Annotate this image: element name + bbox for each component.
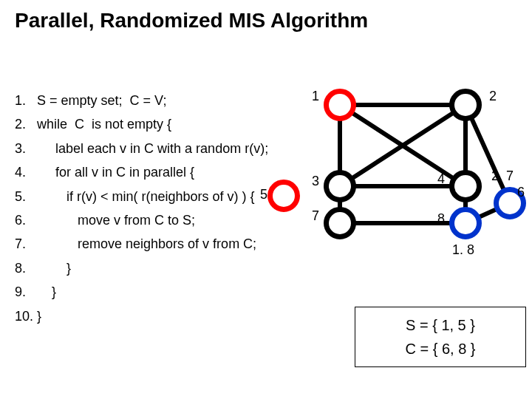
algo-line-7: 7. remove neighbors of v from C; [15,232,268,256]
algo-line-6: 6. move v from C to S; [15,208,268,232]
node-2-label: 2 [489,89,497,104]
algo-line-1: 1. S = empty set; C = V; [15,89,268,112]
algorithm-listing: 1. S = empty set; C = V; 2. while C is n… [15,89,268,328]
node-5 [267,180,300,212]
node-2-7-annot: 2. 7 [491,168,514,184]
algo-line-10: 10. } [15,304,268,328]
node-7 [324,207,356,239]
slide: Parallel, Randomized MIS Algorithm 1. S … [0,0,532,399]
node-2 [449,89,482,121]
set-s: S = { 1, 5 } [363,313,518,337]
node-7-label: 7 [312,208,319,224]
node-8 [449,207,482,239]
node-3-label: 3 [312,174,319,189]
algo-line-8: 8. } [15,256,268,280]
slide-title: Parallel, Randomized MIS Algorithm [15,9,368,33]
set-c: C = { 6, 8 } [363,337,518,361]
node-1-label: 1 [312,89,319,104]
algo-line-4: 4. for all v in C in parallel { [15,160,268,184]
node-6-annot: 6 [517,185,525,200]
algo-line-5: 5. if r(v) < min( r(neighbors of v) ) { [15,185,268,208]
algo-line-9: 9. } [15,280,268,304]
node-1 [324,89,356,121]
node-4-label: 4 [437,171,445,187]
node-4 [449,170,482,202]
algo-line-3: 3. label each v in C with a random r(v); [15,137,268,160]
sets-box: S = { 1, 5 } C = { 6, 8 } [355,307,526,367]
graph: 1 2 3 4 7 8 2. 7 6 1. 8 [296,81,532,303]
node-8-label: 8 [437,211,445,227]
algo-line-2: 2. while C is not empty { [15,112,268,136]
node-1-8-annot: 1. 8 [452,242,474,258]
node-3 [324,170,356,202]
inline-five-label: 5 [260,187,267,202]
